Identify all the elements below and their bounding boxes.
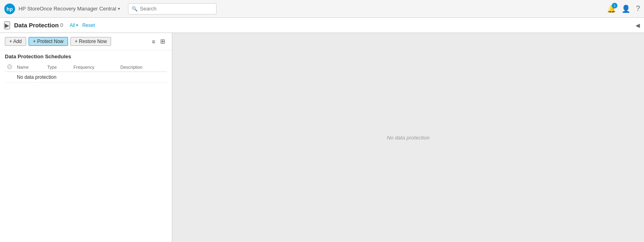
row-checkbox-cell (5, 72, 14, 83)
help-icon: ? (636, 4, 640, 12)
th-checkbox (5, 63, 14, 72)
th-name: Name (14, 63, 45, 72)
left-toolbar: + Add + Protect Now + Restore Now ≡ ⊞ (0, 33, 172, 50)
user-icon: 👤 (621, 5, 630, 13)
top-navigation: hp HP StoreOnce Recovery Manager Central… (0, 0, 644, 18)
hp-logo-icon: hp (4, 3, 15, 14)
filter-label: All (70, 23, 75, 28)
table-section: Data Protection Schedules Name Type Freq… (0, 50, 172, 86)
secondary-right: ◀ (636, 22, 640, 29)
page-title: Data Protection (14, 22, 59, 29)
header-checkbox[interactable] (7, 64, 12, 69)
data-protection-table: Name Type Frequency Description No data … (5, 63, 167, 83)
secondary-bar: ▶ Data Protection 0 All ▾ Reset ◀ (0, 18, 644, 33)
app-title-area[interactable]: HP StoreOnce Recovery Manager Central ▾ (19, 6, 120, 12)
search-area[interactable]: 🔍 (128, 3, 217, 14)
page-count: 0 (60, 22, 63, 28)
reset-button[interactable]: Reset (82, 23, 95, 28)
notification-badge: 1 (612, 3, 617, 8)
table-row: No data protection (5, 72, 167, 83)
th-description: Description (118, 63, 167, 72)
protect-now-button[interactable]: + Protect Now (29, 37, 68, 46)
restore-now-button[interactable]: + Restore Now (70, 37, 111, 46)
filter-all-dropdown[interactable]: All ▾ (70, 23, 78, 28)
notification-button[interactable]: 🔔 1 (607, 4, 616, 13)
user-button[interactable]: 👤 (621, 4, 630, 13)
main-content: + Add + Protect Now + Restore Now ≡ ⊞ Da… (0, 33, 644, 242)
table-section-title: Data Protection Schedules (5, 53, 167, 59)
list-view-button[interactable]: ≡ (150, 37, 157, 46)
no-data-message: No data protection (14, 72, 167, 83)
help-button[interactable]: ? (636, 4, 640, 13)
expand-collapse-button[interactable]: ▶ (4, 21, 10, 29)
table-header-row: Name Type Frequency Description (5, 63, 167, 72)
right-panel-no-data: No data protection (387, 135, 429, 141)
filter-caret-icon: ▾ (76, 23, 78, 27)
app-dropdown-caret-icon: ▾ (118, 6, 120, 11)
search-input[interactable] (140, 6, 213, 12)
th-type: Type (45, 63, 71, 72)
nav-right-icons: 🔔 1 👤 ? (607, 4, 640, 13)
left-panel: + Add + Protect Now + Restore Now ≡ ⊞ Da… (0, 33, 172, 242)
svg-text:hp: hp (6, 6, 13, 12)
view-toggle: ≡ ⊞ (150, 37, 167, 46)
add-button[interactable]: + Add (5, 37, 26, 46)
search-icon: 🔍 (132, 6, 138, 12)
right-panel: No data protection (172, 33, 644, 242)
th-frequency: Frequency (71, 63, 118, 72)
grid-view-button[interactable]: ⊞ (159, 37, 167, 46)
app-title-text: HP StoreOnce Recovery Manager Central (19, 6, 116, 12)
collapse-right-button[interactable]: ◀ (636, 22, 640, 29)
